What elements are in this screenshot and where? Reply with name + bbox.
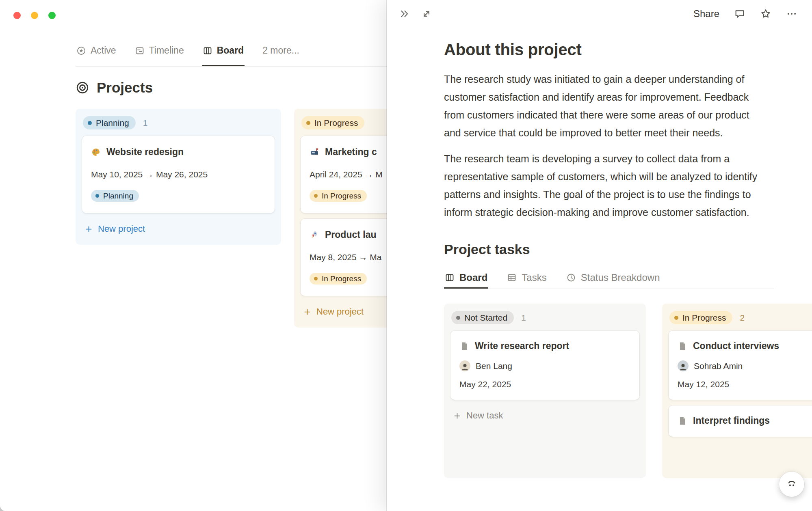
board-view-icon [203, 46, 212, 56]
tab-more-views[interactable]: 2 more... [262, 35, 300, 66]
assignee-row: Ben Lang [459, 360, 630, 371]
card-title: Marketing c [325, 147, 377, 157]
board-column-not-started: Not Started 1 Write research report [444, 304, 646, 478]
status-dot [314, 194, 318, 198]
target-icon [76, 81, 89, 95]
tasks-view-tabs: Board Tasks Status Breakdown [444, 266, 774, 289]
plus-icon [453, 412, 461, 420]
column-count: 2 [740, 313, 745, 323]
page-content: About this project The research study wa… [444, 24, 812, 511]
tasks-board: Not Started 1 Write research report [444, 304, 812, 478]
card-status-tag: In Progress [310, 273, 367, 285]
card-dates: May 10, 2025 → May 26, 2025 [91, 170, 266, 179]
status-pill-not-started[interactable]: Not Started [451, 311, 514, 324]
comments-icon[interactable] [734, 8, 745, 19]
new-project-label: New project [98, 224, 145, 234]
more-options-icon[interactable] [786, 8, 797, 19]
person-icon [678, 362, 688, 371]
tab-label: Timeline [149, 45, 184, 56]
window-controls [13, 12, 56, 19]
status-dot [88, 121, 92, 125]
panel-toolbar-right: Share [693, 8, 797, 19]
tab-tasks[interactable]: Tasks [506, 266, 547, 289]
notion-ai-button[interactable] [779, 472, 804, 497]
card-title: Write research report [475, 341, 569, 351]
paragraph-1: The research study was initiated to gain… [444, 70, 765, 142]
board-view-icon [445, 273, 455, 282]
timeline-view-icon [135, 46, 145, 56]
status-pill-in-progress[interactable]: In Progress [301, 116, 364, 129]
column-header: Planning 1 [80, 112, 277, 135]
zoom-button[interactable] [48, 12, 56, 19]
status-pill-in-progress[interactable]: In Progress [669, 311, 732, 324]
card-date: May 12, 2025 [678, 379, 812, 389]
plus-icon [84, 225, 93, 233]
tab-label: Active [91, 45, 116, 56]
status-label: Not Started [464, 313, 507, 322]
new-task-label: New task [466, 410, 503, 421]
tab-board[interactable]: Board [444, 266, 488, 289]
status-dot [314, 277, 318, 280]
page-title: Projects [97, 80, 153, 96]
tab-label: Board [217, 45, 244, 56]
close-button[interactable] [13, 12, 21, 19]
task-card-interpret-findings[interactable]: Interpret findings [669, 405, 812, 437]
expand-page-button[interactable] [421, 8, 432, 19]
share-button[interactable]: Share [693, 8, 719, 19]
status-dot [456, 316, 460, 320]
status-dot [95, 194, 99, 198]
card-title: Interpret findings [693, 415, 770, 426]
side-peek-panel: Share About this project The research st… [387, 0, 812, 511]
page-icon [678, 341, 687, 351]
tab-label: Tasks [522, 272, 546, 283]
card-title-row: Interpret findings [678, 415, 812, 426]
tasks-heading: Project tasks [444, 241, 812, 257]
new-task-button[interactable]: New task [448, 405, 642, 426]
tab-status-breakdown[interactable]: Status Breakdown [565, 266, 661, 289]
board-column-tasks-in-progress: In Progress 2 Conduct interviews [662, 304, 812, 478]
tab-timeline-view[interactable]: Timeline [134, 35, 185, 66]
page-heading: About this project [444, 41, 812, 59]
close-side-peek-button[interactable] [399, 8, 410, 19]
double-chevron-right-icon [399, 8, 410, 19]
card-title: Product lau [325, 229, 377, 240]
panel-toolbar-left [399, 8, 432, 19]
minimize-button[interactable] [31, 12, 38, 19]
page-icon [459, 341, 469, 351]
favorite-star-icon[interactable] [760, 8, 771, 19]
paragraph-2: The research team is developing a survey… [444, 150, 765, 221]
avatar [459, 360, 470, 371]
avatar [678, 360, 689, 371]
assignee-name: Sohrab Amin [694, 361, 743, 371]
ai-face-icon [786, 478, 798, 490]
task-card-write-research-report[interactable]: Write research report Ben Lang May 22, 2… [450, 331, 639, 400]
rocket-icon [310, 230, 319, 240]
clock-icon [566, 273, 576, 282]
card-title: Conduct interviews [693, 341, 779, 351]
new-project-label: New project [316, 306, 364, 317]
tag-label: Planning [103, 192, 133, 200]
tab-label: Board [459, 272, 487, 283]
table-view-icon [507, 273, 517, 282]
column-header: In Progress 2 [666, 307, 812, 330]
tab-label: 2 more... [262, 45, 299, 56]
new-project-button[interactable]: New project [80, 219, 277, 239]
palette-icon [91, 147, 101, 157]
plus-icon [303, 308, 312, 316]
card-status-tag: Planning [91, 190, 139, 202]
status-label: Planning [96, 119, 129, 127]
status-dot [674, 316, 678, 320]
projects-title-row: Projects [76, 80, 153, 96]
card-title-row: Write research report [459, 341, 630, 351]
card-title: Website redesign [106, 147, 184, 157]
status-dot [306, 121, 310, 125]
tab-active-view[interactable]: Active [76, 35, 117, 66]
status-pill-planning[interactable]: Planning [83, 116, 136, 129]
task-card-conduct-interviews[interactable]: Conduct interviews Sohrab Amin May 12, 2… [669, 331, 812, 400]
card-date: May 22, 2025 [459, 379, 630, 389]
tab-board-view[interactable]: Board [202, 35, 245, 66]
starred-view-icon [76, 46, 86, 56]
person-icon [460, 362, 470, 371]
project-card-website-redesign[interactable]: Website redesign May 10, 2025 → May 26, … [82, 136, 275, 213]
status-label: In Progress [682, 313, 726, 322]
